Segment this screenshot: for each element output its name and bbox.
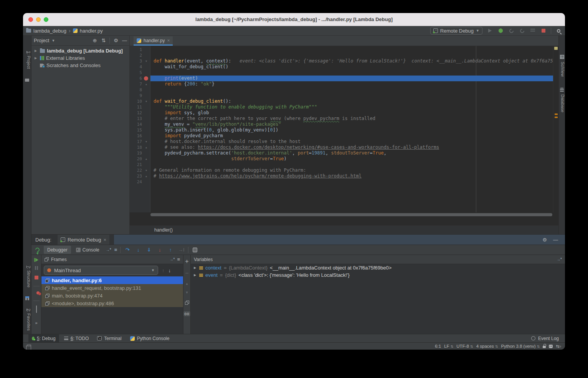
code-text[interactable]: """Utility function to enable debugging … — [150, 104, 558, 110]
code-text[interactable]: # see also: https://docs.docker.com/desk… — [150, 145, 558, 150]
breadcrumb-project[interactable]: lambda_debug — [33, 28, 66, 34]
code-line[interactable]: 23▴# https://www.jetbrains.com/help/pych… — [130, 173, 558, 179]
breadcrumb-file[interactable]: handler.py — [80, 28, 103, 34]
code-text[interactable] — [150, 70, 558, 76]
line-number[interactable]: 24 — [130, 179, 142, 185]
code-text[interactable]: print(event) — [150, 76, 558, 81]
code-line[interactable]: 7▴ return {200: "ok"} — [130, 81, 558, 87]
code-line[interactable]: 1 — [130, 47, 558, 53]
caret-position[interactable]: 6:1 — [435, 344, 441, 348]
fold-marker[interactable]: ▾ — [142, 168, 150, 173]
code-line[interactable]: 21 — [130, 162, 558, 168]
code-line[interactable]: 19 pydevd_pycharm.settrace('host.docker.… — [130, 150, 558, 156]
code-text[interactable] — [150, 162, 558, 168]
code-text[interactable]: my_venv = "venv/lib/python*/site-package… — [150, 122, 558, 127]
fold-marker[interactable] — [142, 93, 150, 99]
fold-marker[interactable] — [142, 87, 150, 93]
fold-marker[interactable] — [142, 64, 150, 70]
code-line[interactable]: 17▾ # host.docker.internal should resolv… — [130, 139, 558, 145]
code-text[interactable]: wait_for_debug_client() — [150, 64, 558, 70]
code-line[interactable]: 14 my_venv = "venv/lib/python*/site-pack… — [130, 122, 558, 127]
code-text[interactable] — [150, 47, 558, 53]
line-number[interactable]: 2 — [130, 53, 142, 58]
fold-marker[interactable] — [142, 104, 150, 110]
code-line[interactable]: 13 # enter the correct path here to your… — [130, 116, 558, 122]
fold-marker[interactable] — [142, 110, 150, 116]
stack-frame-row[interactable]: handler, handler.py:6 — [41, 276, 183, 284]
line-number[interactable]: 1 — [130, 47, 142, 53]
line-ending-selector[interactable]: LF ⇅ — [444, 344, 453, 348]
fold-marker[interactable] — [142, 76, 150, 81]
expand-arrow-icon[interactable]: ▶ — [35, 49, 38, 53]
previous-frame-button[interactable]: ↑ — [162, 268, 165, 273]
fold-marker[interactable]: ▴ — [142, 145, 150, 150]
pause-button[interactable] — [35, 266, 38, 270]
editor-breadcrumbs[interactable]: handler() — [130, 225, 558, 234]
code-line[interactable]: 24 — [130, 179, 558, 185]
unlock-icon[interactable] — [543, 346, 546, 348]
move-up-button[interactable]: ▲ — [185, 282, 189, 286]
indent-selector[interactable]: 4 spaces ⇅ — [476, 344, 498, 348]
line-number[interactable]: 12 — [130, 110, 142, 116]
search-everywhere-button[interactable] — [555, 27, 562, 34]
code-line[interactable]: 4 wait_for_debug_client() — [130, 64, 558, 70]
move-down-button[interactable]: ▼ — [185, 291, 189, 294]
thread-selector[interactable]: MainThread ▼ — [44, 266, 158, 275]
tree-item[interactable]: ▶External Libraries — [31, 54, 129, 62]
line-number[interactable]: 19 — [130, 150, 142, 156]
fold-marker[interactable]: ▴ — [142, 81, 150, 87]
fold-marker[interactable] — [142, 162, 150, 168]
add-watch-button[interactable]: + — [185, 258, 188, 265]
code-line[interactable]: 12 import sys, glob — [130, 110, 558, 116]
line-number[interactable]: 10 — [130, 99, 142, 104]
code-text[interactable] — [150, 53, 558, 58]
code-text[interactable] — [150, 93, 558, 99]
more-actions-button[interactable]: » — [35, 321, 37, 325]
show-execution-point-icon[interactable]: ≡ — [114, 247, 117, 252]
coverage-button[interactable] — [508, 27, 515, 34]
expand-arrow-icon[interactable]: ▶ — [194, 273, 197, 277]
breakpoint-icon[interactable] — [144, 76, 148, 81]
highlighting-level-icon[interactable] — [549, 345, 553, 348]
close-session-icon[interactable]: × — [103, 237, 106, 243]
close-tab-icon[interactable]: × — [167, 38, 170, 43]
fold-marker[interactable] — [142, 150, 150, 156]
code-text[interactable]: def wait_for_debug_client(): — [150, 99, 558, 104]
editor-tab-handler[interactable]: handler.py × — [134, 36, 173, 46]
evaluate-expression-button[interactable] — [192, 247, 198, 253]
line-number[interactable]: 13 — [130, 116, 142, 122]
fold-marker[interactable]: ▾ — [142, 139, 150, 145]
code-text[interactable]: def handler(event, context):event: <clas… — [150, 58, 558, 64]
pin-tab-icon[interactable]: →* — [557, 257, 562, 261]
gear-icon[interactable]: ⚙ — [542, 237, 547, 242]
chevron-down-icon[interactable]: ▼ — [51, 39, 55, 43]
fold-marker[interactable] — [142, 127, 150, 133]
code-text[interactable]: sys.path.insert(0, glob.glob(my_venv)[0]… — [150, 127, 558, 133]
stop-button[interactable] — [540, 27, 547, 34]
step-into-button[interactable]: ↓ — [134, 247, 142, 253]
tool-window-button--debug[interactable]: 5: Debug — [28, 334, 59, 343]
line-number[interactable]: 14 — [130, 122, 142, 127]
minimize-window-button[interactable] — [36, 17, 41, 22]
code-text[interactable]: # host.docker.internal should resolve to… — [150, 139, 558, 145]
run-to-cursor-button[interactable]: →I — [177, 247, 185, 253]
code-text[interactable]: # https://www.jetbrains.com/help/pycharm… — [150, 173, 558, 179]
hide-panel-icon[interactable]: — — [122, 38, 127, 43]
next-frame-button[interactable]: ↓ — [168, 268, 171, 273]
code-text[interactable] — [150, 87, 558, 93]
line-number[interactable]: 18 — [130, 145, 142, 150]
expand-arrow-icon[interactable]: ▶ — [35, 56, 38, 60]
show-watches-toggle[interactable]: oo — [183, 311, 190, 316]
fold-marker[interactable] — [142, 179, 150, 185]
variable-row[interactable]: ▶event={dict}<class 'dict'>: {'message':… — [191, 271, 565, 279]
tool-button-sciview[interactable]: SciView — [559, 62, 565, 77]
pin-tab-icon[interactable]: →* — [106, 248, 111, 252]
restore-layout-button[interactable] — [36, 306, 37, 313]
step-out-button[interactable]: ↑ — [167, 247, 174, 253]
fold-marker[interactable] — [142, 116, 150, 122]
fold-marker[interactable] — [142, 53, 150, 58]
tool-window-switcher-icon[interactable] — [27, 345, 31, 348]
debug-tab-console[interactable]: Console — [73, 246, 103, 254]
update-icon[interactable]: ⇆? — [556, 344, 561, 349]
line-number[interactable]: 5 — [130, 70, 142, 76]
